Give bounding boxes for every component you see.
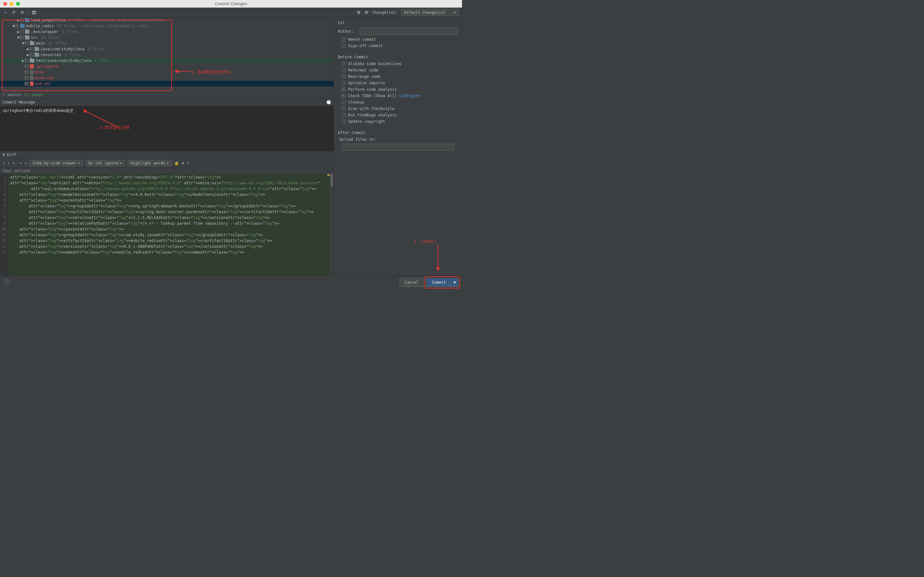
file-checkbox[interactable] — [20, 35, 24, 39]
amend-checkbox[interactable] — [342, 37, 346, 41]
close-window-button[interactable] — [3, 2, 7, 6]
expander-icon[interactable]: ▶ — [21, 58, 25, 63]
option-row: Cleanup — [334, 99, 462, 105]
expander-icon[interactable]: ▼ — [17, 35, 20, 40]
changes-tree[interactable]: ▶load_properties3 files~/work/java_study… — [0, 17, 334, 91]
next-diff-icon[interactable]: ↓ — [7, 161, 10, 165]
tree-row[interactable]: pom.xml — [0, 81, 334, 87]
option-checkbox[interactable] — [342, 75, 346, 79]
file-meta: 12 files — [48, 41, 67, 45]
code-scrollbar[interactable] — [330, 174, 334, 276]
file-name: pom.xml — [35, 81, 51, 86]
changelist-value: Default Changelist — [404, 10, 446, 15]
file-checkbox[interactable] — [25, 64, 29, 68]
expander-icon[interactable]: ▼ — [21, 41, 25, 45]
help-icon[interactable]: ? — [187, 161, 189, 165]
signoff-checkbox[interactable] — [342, 44, 346, 48]
tree-row[interactable]: ▶resources3 files — [0, 52, 334, 58]
file-checkbox[interactable] — [20, 18, 24, 22]
expander-icon[interactable]: ▶ — [26, 47, 29, 51]
tree-row[interactable]: ▶java/com/study/java9 files — [0, 46, 334, 52]
option-label: Scan with Checkstyle — [348, 106, 395, 111]
options-panel: Git Author: Amend commit Sign-off commit… — [334, 17, 462, 276]
file-checkbox[interactable] — [25, 70, 29, 74]
group-icon[interactable] — [32, 10, 37, 15]
maximize-window-button[interactable] — [16, 2, 20, 6]
status-added: 17 added — [24, 93, 43, 97]
file-icon — [30, 81, 34, 86]
file-checkbox[interactable] — [15, 24, 19, 28]
rollback-icon[interactable] — [3, 10, 8, 15]
file-checkbox[interactable] — [25, 41, 29, 45]
file-path: ~/work/java_study/mobile_redis — [79, 24, 149, 28]
option-label: Rearrange code — [348, 74, 381, 79]
file-checkbox[interactable] — [25, 76, 29, 80]
file-checkbox[interactable] — [29, 47, 33, 51]
file-checkbox[interactable] — [20, 30, 24, 34]
option-checkbox[interactable] — [342, 107, 346, 111]
option-checkbox[interactable] — [342, 87, 346, 91]
file-meta: 3 files — [65, 53, 81, 57]
file-name: .gitignore — [35, 64, 58, 69]
tree-row[interactable]: .gitignore — [0, 63, 334, 69]
back-icon[interactable]: ← — [20, 161, 22, 165]
expand-all-icon[interactable] — [356, 10, 361, 15]
tree-row[interactable]: mvnw.cmd — [0, 75, 334, 81]
configure-link[interactable]: Configure — [399, 93, 420, 98]
option-checkbox[interactable] — [342, 119, 346, 123]
option-checkbox[interactable] — [342, 100, 346, 104]
commit-message-input[interactable]: springboot整合redis的简单demo提交 2.填写提交注释 — [0, 106, 334, 151]
ignore-select[interactable]: Do not ignore▾ — [86, 160, 125, 166]
option-checkbox[interactable] — [342, 68, 346, 72]
lock-icon[interactable]: 🔒 — [174, 161, 179, 165]
file-checkbox[interactable] — [25, 82, 29, 85]
main-toolbar: Changelist: Default Changelist ▾ — [0, 8, 462, 17]
file-icon — [30, 64, 34, 69]
option-checkbox[interactable] — [342, 81, 346, 85]
changelist-select[interactable]: Default Changelist ▾ — [401, 9, 459, 16]
tree-row[interactable]: ▶test/java/com/study/java1 file — [0, 58, 334, 63]
svg-rect-3 — [34, 13, 36, 14]
expander-icon[interactable]: ▼ — [12, 24, 15, 28]
option-label: Check TODO (Show All) — [348, 93, 397, 98]
tree-row[interactable]: mvnw — [0, 69, 334, 75]
file-icon — [30, 76, 34, 80]
file-meta: 3 files — [62, 29, 78, 34]
collapse-all-icon[interactable] — [364, 10, 369, 15]
diff-code-area[interactable]: 1234567891011121314 attr">class="xml-dec… — [0, 174, 334, 276]
option-checkbox[interactable] — [342, 94, 346, 98]
expander-icon[interactable]: ▶ — [17, 29, 20, 34]
option-row: Reformat code — [334, 67, 462, 73]
file-checkbox[interactable] — [29, 53, 33, 57]
chevron-down-icon: ▾ — [454, 10, 456, 15]
history-icon[interactable]: 🕑 — [326, 100, 331, 105]
tree-row[interactable]: ▶.mvn/wrapper3 files — [0, 29, 334, 35]
highlight-select[interactable]: Highlight words▾ — [128, 160, 172, 166]
file-checkbox[interactable] — [25, 59, 29, 63]
forward-icon[interactable]: → — [25, 161, 27, 165]
viewer-mode-select[interactable]: Side-by-side viewer▾ — [29, 160, 83, 166]
upload-select[interactable] — [342, 143, 454, 151]
help-button[interactable]: ? — [4, 279, 10, 285]
tree-row[interactable]: ▼main12 files — [0, 40, 334, 46]
prev-diff-icon[interactable]: ↑ — [3, 161, 5, 165]
code-minimap — [327, 174, 330, 276]
tree-row[interactable]: ▼src13 files — [0, 35, 334, 40]
dialog-footer: ? Cancel Commit ▼ — [0, 276, 462, 288]
option-checkbox[interactable] — [342, 113, 346, 117]
minimize-window-button[interactable] — [10, 2, 13, 6]
tree-row[interactable]: ▶load_properties3 files~/work/java_study… — [0, 17, 334, 23]
expander-icon[interactable]: ▶ — [17, 18, 20, 23]
tree-row[interactable]: ▼mobile_redis20 files~/work/java_study/m… — [0, 23, 334, 29]
gear-icon[interactable]: ⚙ — [182, 161, 184, 165]
refresh-icon[interactable] — [20, 10, 25, 15]
diff-header[interactable]: ▼ Diff — [0, 151, 334, 158]
watermark: https://blog.csdn.net/qq_36522306 — [403, 285, 460, 288]
undo-icon[interactable] — [11, 10, 17, 15]
option-checkbox[interactable] — [342, 62, 346, 66]
diff-expander[interactable]: ▼ — [3, 153, 6, 157]
author-input[interactable] — [360, 27, 458, 35]
edit-icon[interactable]: ✎ — [12, 161, 15, 165]
svg-rect-2 — [32, 13, 34, 14]
expander-icon[interactable]: ▶ — [26, 53, 29, 57]
